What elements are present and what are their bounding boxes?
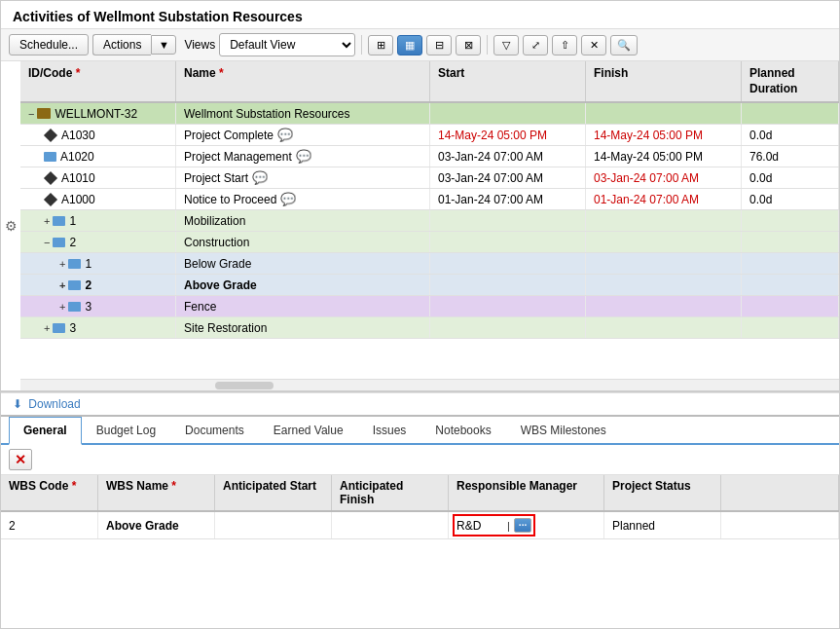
- row-finish-cell: [586, 232, 742, 252]
- bottom-toolbar: ✕: [1, 445, 839, 475]
- header-responsible-manager: Responsible Manager: [449, 475, 604, 510]
- responsible-manager-input[interactable]: [457, 519, 505, 533]
- expand-icon[interactable]: +: [44, 215, 50, 227]
- header-project-status: Project Status: [604, 475, 721, 510]
- responsible-manager-container[interactable]: | ···: [453, 514, 535, 536]
- settings-button[interactable]: ✕: [581, 35, 606, 56]
- comment-icon: 💬: [280, 192, 296, 206]
- expand-icon[interactable]: +: [59, 301, 65, 313]
- responsible-manager-browse-button[interactable]: ···: [514, 518, 531, 533]
- row-duration-cell: [742, 210, 839, 231]
- tab-issues[interactable]: Issues: [358, 417, 421, 445]
- row-duration-cell: [742, 103, 839, 124]
- schedule-button[interactable]: Schedule...: [9, 34, 89, 56]
- row-duration-cell: 76.0d: [742, 146, 839, 166]
- row-duration-cell: [742, 253, 839, 274]
- row-name-cell: Project Complete 💬: [176, 125, 430, 145]
- expand-icon[interactable]: +: [59, 258, 65, 270]
- download-icon: ⬇: [13, 397, 22, 411]
- table-row: A1030 Project Complete 💬 14-May-24 05:00…: [20, 125, 839, 146]
- row-id-cell: + 3: [20, 296, 176, 316]
- row-id-cell: A1030: [20, 125, 176, 145]
- bottom-panel: General Budget Log Documents Earned Valu…: [1, 415, 839, 610]
- views-select[interactable]: Default View: [219, 33, 355, 56]
- row-duration-cell: 0.0d: [742, 125, 839, 145]
- export-button[interactable]: ⇧: [552, 35, 577, 56]
- table-row: + 1 Below Grade: [20, 253, 839, 275]
- tab-budget-log[interactable]: Budget Log: [82, 417, 170, 445]
- expand-icon[interactable]: +: [44, 322, 50, 334]
- row-name-cell: Site Restoration: [176, 317, 430, 338]
- page-title: Activities of Wellmont Substation Resour…: [1, 1, 839, 28]
- tabs-bar: General Budget Log Documents Earned Valu…: [1, 417, 839, 445]
- tab-general[interactable]: General: [9, 417, 82, 445]
- grid-area: ⚙ ID/Code * Name * Start Finish PlannedD…: [1, 61, 839, 392]
- folder-icon: [37, 108, 51, 119]
- folder-small-icon: [53, 238, 65, 247]
- actions-button[interactable]: Actions: [92, 34, 151, 56]
- tab-documents[interactable]: Documents: [170, 417, 259, 445]
- row-id-cell: A1010: [20, 167, 176, 188]
- table-row: A1000 Notice to Proceed 💬 01-Jan-24 07:0…: [20, 189, 839, 210]
- expand-icon[interactable]: +: [59, 279, 65, 291]
- gear-icon[interactable]: ⚙: [5, 218, 18, 234]
- row-duration-cell: [742, 275, 839, 295]
- row-name-cell: Mobilization: [176, 210, 430, 231]
- table-row: + 3 Fence: [20, 296, 839, 317]
- header-anticipated-finish: Anticipated Finish: [332, 475, 449, 510]
- row-finish-cell: [586, 275, 742, 295]
- row-finish-cell: 01-Jan-24 07:00 AM: [586, 189, 742, 209]
- comment-icon: 💬: [296, 149, 311, 164]
- row-name-cell: Above Grade: [176, 275, 430, 295]
- folder-small-icon: [68, 302, 81, 312]
- header-planned-duration: PlannedDuration: [742, 61, 839, 101]
- search-button[interactable]: 🔍: [610, 35, 638, 56]
- cell-responsible-manager[interactable]: | ···: [449, 512, 604, 538]
- collapse-icon[interactable]: −: [44, 237, 50, 248]
- row-finish-cell: [586, 210, 742, 231]
- views-label: Views: [184, 38, 215, 52]
- split-view-button[interactable]: ⊟: [426, 35, 452, 56]
- separator-2: [487, 35, 488, 55]
- tab-earned-value[interactable]: Earned Value: [259, 417, 358, 445]
- tab-notebooks[interactable]: Notebooks: [420, 417, 505, 445]
- row-name-cell: Project Start 💬: [176, 167, 430, 188]
- folder-small-icon: [68, 280, 81, 290]
- table-row: − 2 Construction: [20, 232, 839, 253]
- row-id-cell: − 2: [20, 232, 176, 252]
- row-finish-cell: [586, 317, 742, 338]
- actions-dropdown[interactable]: ▼: [151, 35, 176, 55]
- tab-wbs-milestones[interactable]: WBS Milestones: [506, 417, 621, 445]
- header-wbs-code: WBS Code *: [1, 475, 98, 510]
- row-id-cell: − WELLMONT-32: [20, 103, 176, 124]
- horizontal-scrollbar[interactable]: [20, 379, 839, 390]
- scrollbar-thumb[interactable]: [215, 382, 274, 389]
- grid-view-button[interactable]: ⊞: [368, 35, 393, 56]
- cell-wbs-name: Above Grade: [98, 512, 215, 538]
- row-finish-cell: [586, 296, 742, 316]
- view-button-4[interactable]: ⊠: [456, 35, 481, 56]
- expand-button[interactable]: ⤢: [523, 35, 548, 56]
- delete-button[interactable]: ✕: [9, 449, 32, 470]
- text-cursor: |: [507, 520, 510, 532]
- row-start-cell: [430, 210, 586, 231]
- folder-small-icon: [44, 152, 56, 162]
- bottom-data-row: 2 Above Grade | ··· Planned: [1, 512, 839, 539]
- row-start-cell: [430, 232, 586, 252]
- diamond-icon: [44, 171, 57, 185]
- table-row: + 2 Above Grade: [20, 275, 839, 296]
- row-id-cell: A1020: [20, 146, 176, 166]
- row-start-cell: 01-Jan-24 07:00 AM: [430, 189, 586, 209]
- row-finish-cell: [586, 253, 742, 274]
- row-name-cell: Notice to Proceed 💬: [176, 189, 430, 209]
- filter-button[interactable]: ▽: [493, 35, 519, 56]
- gantt-view-button[interactable]: ▦: [397, 35, 422, 56]
- folder-small-icon: [53, 323, 65, 333]
- collapse-icon[interactable]: −: [28, 108, 34, 120]
- row-name-cell: Below Grade: [176, 253, 430, 274]
- row-finish-cell: 14-May-24 05:00 PM: [586, 125, 742, 145]
- header-wbs-name: WBS Name *: [98, 475, 215, 510]
- table-row: A1020 Project Management 💬 03-Jan-24 07:…: [20, 146, 839, 167]
- download-link[interactable]: ⬇ Download: [13, 397, 81, 411]
- row-id-cell: + 1: [20, 210, 176, 231]
